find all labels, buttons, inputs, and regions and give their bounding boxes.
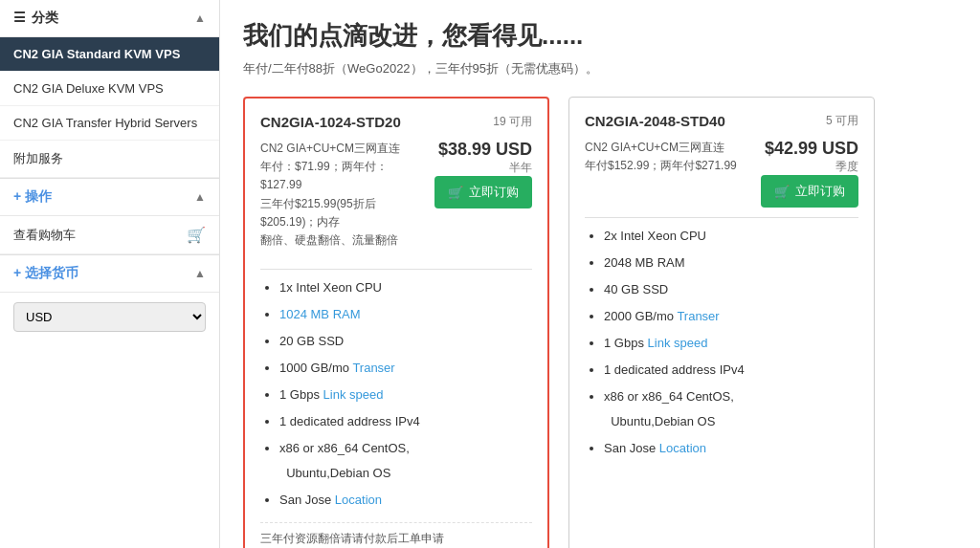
feature-1-0: 1x Intel Xeon CPU xyxy=(279,275,532,300)
feature-2-3: 2000 GB/mo Transer xyxy=(604,304,858,329)
feature-2-5: 1 dedicated address IPv4 xyxy=(604,358,858,383)
card-divider-1 xyxy=(260,269,532,270)
sidebar-item-cn2-gia-standard[interactable]: CN2 GIA Standard KVM VPS xyxy=(0,37,219,72)
feature-1-4: 1 Gbps Link speed xyxy=(279,383,532,407)
page-title: 我们的点滴改进，您看得见...... xyxy=(243,19,957,53)
card-price-period-2: 季度 xyxy=(753,159,858,175)
sidebar-item-cn2-gia-transfer[interactable]: CN2 GIA Transfer Hybrid Servers xyxy=(0,106,219,141)
sidebar-item-cn2-gia-deluxe[interactable]: CN2 GIA Deluxe KVM VPS xyxy=(0,72,219,106)
products-row: CN2GIA-1024-STD20 19 可用 CN2 GIA+CU+CM三网直… xyxy=(243,97,957,548)
category-label: 分类 xyxy=(32,10,58,25)
currency-section-header[interactable]: +选择货币 ▲ xyxy=(0,254,219,293)
card-availability-2: 5 可用 xyxy=(826,113,858,129)
feature-1-3: 1000 GB/mo Transer xyxy=(279,356,532,381)
feature-1-1: 1024 MB RAM xyxy=(279,302,532,327)
card-price-2: $42.99 USD 季度 xyxy=(753,139,858,175)
order-button-2[interactable]: 🛒 立即订购 xyxy=(761,175,858,208)
feature-2-0: 2x Intel Xeon CPU xyxy=(604,224,858,249)
currency-select-wrapper: USD CNY EUR xyxy=(13,302,206,332)
operations-label: 操作 xyxy=(25,188,52,204)
feature-1-7: San Jose Location xyxy=(279,488,532,513)
card-title-1: CN2GIA-1024-STD20 xyxy=(260,114,401,130)
card-price-amount-1: $38.99 USD xyxy=(438,140,532,159)
cart-label: 查看购物车 xyxy=(13,227,76,244)
plus-icon: + xyxy=(13,188,21,204)
card-header-1: CN2GIA-1024-STD20 19 可用 xyxy=(260,114,532,130)
feature-2-4: 1 Gbps Link speed xyxy=(604,331,858,356)
order-button-label-1: 立即订购 xyxy=(469,184,519,201)
feature-1-6: x86 or x86_64 CentOS, Ubuntu,Debian OS xyxy=(279,436,532,486)
card-price-1: $38.99 USD 半年 xyxy=(427,140,532,176)
card-desc-1: CN2 GIA+CU+CM三网直连 年付：$71.99；两年付：$127.99 … xyxy=(260,140,427,250)
category-section-header[interactable]: ☰分类 ▲ xyxy=(0,0,219,37)
card-desc-2: CN2 GIA+CU+CM三网直连 年付$152.99；两年付$271.99 xyxy=(585,139,737,175)
currency-chevron-icon: ▲ xyxy=(194,267,206,280)
cart-row[interactable]: 查看购物车 🛒 xyxy=(0,216,219,254)
card-footer-note-1: 三年付资源翻倍请请付款后工单申请 xyxy=(260,522,532,547)
cart-icon-btn-2: 🛒 xyxy=(774,185,790,199)
page-subtitle: 年付/二年付88折（WeGo2022），三年付95折（无需优惠码）。 xyxy=(243,60,957,77)
order-button-label-2: 立即订购 xyxy=(795,183,845,200)
category-chevron-icon: ▲ xyxy=(194,11,206,25)
plus-icon-currency: + xyxy=(13,265,21,280)
feature-2-1: 2048 MB RAM xyxy=(604,251,858,275)
card-price-amount-2: $42.99 USD xyxy=(765,139,858,158)
cart-icon-btn-1: 🛒 xyxy=(448,186,463,200)
product-card-2: CN2GIA-2048-STD40 5 可用 CN2 GIA+CU+CM三网直连… xyxy=(568,97,875,548)
cart-icon: 🛒 xyxy=(187,226,206,244)
operations-chevron-icon: ▲ xyxy=(194,190,206,204)
currency-select[interactable]: USD CNY EUR xyxy=(13,302,206,332)
card-divider-2 xyxy=(585,217,858,218)
main-content: 我们的点滴改进，您看得见...... 年付/二年付88折（WeGo2022），三… xyxy=(220,0,980,548)
feature-2-7: San Jose Location xyxy=(604,436,858,461)
order-button-1[interactable]: 🛒 立即订购 xyxy=(434,176,532,208)
feature-1-5: 1 dedicated address IPv4 xyxy=(279,409,532,434)
feature-1-2: 20 GB SSD xyxy=(279,329,532,354)
card-features-2: 2x Intel Xeon CPU 2048 MB RAM 40 GB SSD … xyxy=(585,224,858,461)
list-icon: ☰ xyxy=(13,10,26,25)
sidebar-item-addon[interactable]: 附加服务 xyxy=(0,141,219,178)
feature-2-2: 40 GB SSD xyxy=(604,277,858,302)
operations-section-header[interactable]: +操作 ▲ xyxy=(0,178,219,216)
card-features-1: 1x Intel Xeon CPU 1024 MB RAM 20 GB SSD … xyxy=(260,275,532,513)
product-card-1: CN2GIA-1024-STD20 19 可用 CN2 GIA+CU+CM三网直… xyxy=(243,97,549,548)
currency-label: 选择货币 xyxy=(25,265,78,280)
card-price-period-1: 半年 xyxy=(427,160,532,176)
feature-2-6: x86 or x86_64 CentOS, Ubuntu,Debian OS xyxy=(604,384,858,434)
card-title-2: CN2GIA-2048-STD40 xyxy=(585,113,725,129)
card-availability-1: 19 可用 xyxy=(493,114,532,130)
card-header-2: CN2GIA-2048-STD40 5 可用 xyxy=(585,113,858,129)
sidebar: ☰分类 ▲ CN2 GIA Standard KVM VPS CN2 GIA D… xyxy=(0,0,220,548)
